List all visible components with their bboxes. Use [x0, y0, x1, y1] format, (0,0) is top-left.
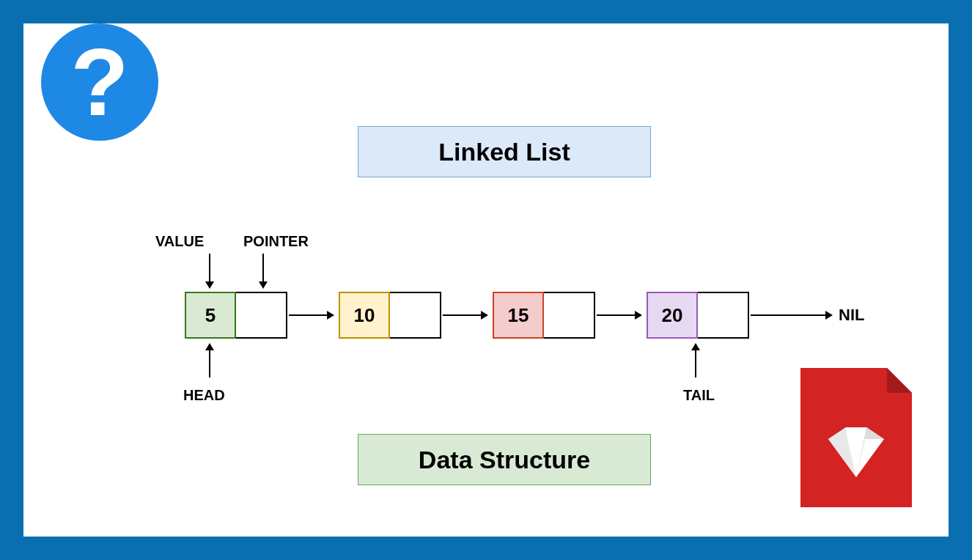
list-node: 10	[339, 292, 441, 339]
arrow-down-icon	[209, 254, 210, 287]
arrow-next-icon	[289, 314, 333, 316]
diagram-canvas: ? Linked List VALUE POINTER 5 10 15 20 N…	[23, 23, 949, 537]
annotation-connector	[23, 35, 949, 47]
diagram-subtitle: Data Structure	[358, 434, 651, 485]
arrow-next-icon	[597, 314, 641, 316]
list-node-tail: 20	[647, 292, 749, 339]
list-node-head: 5	[185, 292, 287, 339]
node-pointer	[544, 292, 595, 339]
node-pointer	[236, 292, 287, 339]
node-value: 20	[647, 292, 698, 339]
label-tail: TAIL	[683, 387, 715, 404]
node-value: 5	[185, 292, 236, 339]
arrow-next-icon	[443, 314, 487, 316]
node-pointer	[698, 292, 749, 339]
annotation-connector	[23, 23, 949, 35]
node-value: 10	[339, 292, 390, 339]
diagram-title: Linked List	[358, 126, 651, 177]
arrow-next-icon	[751, 314, 831, 316]
help-icon: ?	[41, 23, 158, 141]
label-nil: NIL	[839, 306, 864, 325]
list-node: 15	[493, 292, 595, 339]
ruby-file-icon	[800, 368, 912, 507]
arrow-up-icon	[695, 345, 696, 377]
label-head: HEAD	[183, 387, 225, 404]
arrow-down-icon	[262, 254, 264, 287]
node-pointer	[390, 292, 441, 339]
arrow-up-icon	[209, 345, 210, 377]
node-value: 15	[493, 292, 544, 339]
label-pointer: POINTER	[243, 233, 309, 250]
label-value: VALUE	[155, 233, 204, 250]
